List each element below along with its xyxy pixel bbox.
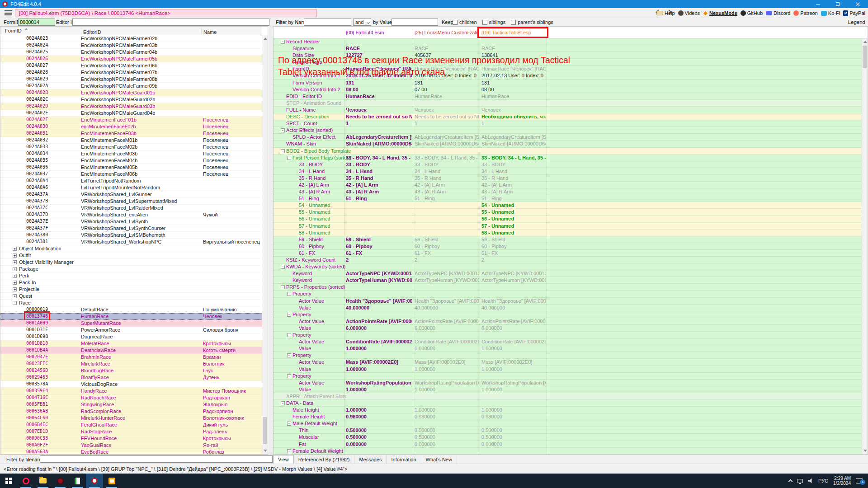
table-row[interactable]: - Record Header [274, 38, 862, 45]
table-row[interactable]: 0024A02E EncWorkshopNPCMaleGuard04b [0, 110, 262, 117]
table-row[interactable]: 59 - Shield 59 - Shield 59 - Shield 59 -… [274, 236, 862, 243]
close-button[interactable] [848, 0, 868, 8]
expand-icon[interactable]: + [13, 281, 17, 285]
table-row[interactable]: Actor Value Mass [AVIF:000002E0] Mass [A… [274, 359, 862, 366]
expand-icon[interactable]: + [13, 247, 17, 251]
table-row[interactable]: 000A563A EyeBotRace Робоглаз [0, 449, 262, 455]
table-row[interactable]: 00000019 DefaultRace По умолчанию [0, 306, 262, 313]
language-indicator[interactable]: РУС [818, 478, 828, 483]
table-row[interactable]: Value 40.000000 40.000000 40.000000 [274, 305, 862, 311]
link-paypal[interactable]: PayPal [843, 10, 865, 16]
table-row[interactable]: DESC - Description Needs to be zeroed ou… [274, 113, 862, 120]
taskbar-notes-app[interactable] [69, 474, 86, 488]
table-row[interactable]: - Race [0, 300, 262, 306]
keep-checkbox-children[interactable]: children [453, 19, 477, 25]
link-videos[interactable]: Videos [678, 10, 700, 16]
table-row[interactable]: 0024A028 EncWorkshopNPCMaleFarmer07b [0, 69, 262, 76]
right-vertical-scrollbar[interactable] [862, 38, 868, 454]
table-row[interactable]: Muscular 0.500000 0.500000 0.500000 [274, 434, 862, 441]
table-row[interactable]: Value 1.000000 1.000000 1.000000 [274, 366, 862, 373]
table-row[interactable]: 55 - Unnamed 55 - Unnamed [274, 209, 862, 216]
table-row[interactable]: 0024A027 EncWorkshopNPCMaleFarmer06b [0, 62, 262, 69]
table-row[interactable]: 0024A02A EncWorkshopNPCMaleFarmer09b [0, 83, 262, 89]
link-help[interactable]: Help [656, 10, 675, 16]
table-row[interactable]: Form Version 131 131 131 [274, 80, 862, 86]
expand-icon[interactable]: - [281, 149, 285, 153]
taskbar-screenshot-app[interactable] [103, 474, 120, 488]
expand-icon[interactable]: + [13, 260, 17, 264]
table-row[interactable]: - PRPS - Properties (sorted) [274, 284, 862, 291]
table-row[interactable]: - Property [274, 373, 862, 380]
table-row[interactable]: 0005FBB1 StingwingRace Жалокрыл [0, 401, 262, 408]
scroll-down-icon[interactable] [863, 450, 867, 452]
table-row[interactable]: - Actor Effects (sorted) [274, 127, 862, 134]
table-row[interactable]: + Projectile [0, 286, 262, 293]
table-row[interactable]: APPR - Attach Parent Slots [274, 393, 862, 400]
table-row[interactable]: 0002047E BrahminRace Брамин [0, 354, 262, 361]
expand-icon[interactable]: - [287, 422, 291, 426]
table-row[interactable]: 57 - Unnamed 57 - Unnamed [274, 223, 862, 230]
table-row[interactable]: 0001D31E PowerArmorRace Силовая броня [0, 327, 262, 333]
table-row[interactable]: Signature RACE RACE RACE [274, 45, 862, 52]
table-row[interactable]: 0024A0A6 LvlTurretTripodMountedNotRandom [0, 184, 262, 191]
table-row[interactable]: 35 - R Hand 35 - R Hand 35 - R Hand 35 -… [274, 175, 862, 182]
record-tab[interactable]: [00] Fallout4.esm (75D3D6CA) \ Race \ 00… [15, 9, 317, 17]
network-icon[interactable] [797, 479, 803, 483]
table-row[interactable]: 0024A025 EncWorkshopNPCMaleFarmer04b [0, 49, 262, 56]
table-row[interactable]: + Outfit [0, 252, 262, 259]
table-row[interactable]: 0024A024 EncWorkshopNPCMaleFarmer03b [0, 42, 262, 49]
table-row[interactable]: 0024A033 EncMinutemenFaceM02b Поселенец [0, 144, 262, 150]
table-row[interactable]: - Male Default Weight [274, 420, 862, 427]
table-row[interactable]: 0024A037 EncMinutemenFaceM06b Поселенец [0, 171, 262, 178]
table-row[interactable]: - DATA - Data [274, 400, 862, 407]
table-row[interactable]: 58 - Unnamed 58 - Unnamed [274, 230, 862, 236]
table-row[interactable]: 0024A034 EncMinutemenFaceM03b Поселенец [0, 150, 262, 157]
expand-icon[interactable]: - [287, 353, 291, 357]
table-row[interactable]: STCP - Animation Sound [274, 100, 862, 107]
plugin-header-fallout4[interactable]: [00] Fallout4.esm [346, 30, 412, 35]
table-row[interactable]: 0024A026 EncWorkshopNPCMaleFarmer05b [0, 56, 262, 62]
expand-icon[interactable]: - [287, 374, 291, 378]
table-row[interactable]: 34 - L Hand 34 - L Hand 34 - L Hand 34 -… [274, 168, 862, 175]
scroll-up-icon[interactable] [264, 38, 267, 40]
table-row[interactable]: - First Person Flags (sorted) 33 - BODY,… [274, 155, 862, 161]
table-row[interactable]: 0004716C RadRoachRace Радтаракан [0, 394, 262, 401]
table-row[interactable]: 0024A036 EncMinutemenFaceM05b Поселенец [0, 164, 262, 171]
table-row[interactable]: WNAM - Skin SkinNaked [ARMO:00000D64] Sk… [274, 141, 862, 147]
expand-icon[interactable]: + [13, 287, 17, 291]
taskbar-start[interactable] [0, 474, 17, 488]
table-row[interactable]: + Object Visibility Manager [0, 259, 262, 266]
table-row[interactable]: FULL - Name Человек Человек Человек [274, 107, 862, 113]
table-row[interactable]: Value 1.000000 1.000000 1.000000 [274, 345, 862, 352]
expand-icon[interactable]: - [281, 265, 285, 269]
table-row[interactable]: 0024A02B EncWorkshopNPCMaleGuard01b [0, 89, 262, 96]
table-row[interactable]: 00023FFC MirelurkRace Болотник [0, 361, 262, 367]
table-row[interactable]: 0024A381 VRWorkshopShared_WorkshopNPC Ви… [0, 239, 262, 245]
minimize-button[interactable] [808, 0, 828, 8]
table-row[interactable]: 61 - FX 61 - FX 61 - FX 61 - FX [274, 250, 862, 257]
table-row[interactable]: 33 - BODY 33 - BODY 33 - BODY 33 - BODY [274, 161, 862, 168]
link-nexusmods[interactable]: NexusMods [703, 10, 737, 16]
table-row[interactable]: 0024A030 encMinutemenFaceF02b Поселенец [0, 123, 262, 130]
taskbar-file-explorer[interactable] [34, 474, 52, 488]
table-row[interactable]: 0024A37F VRWorkshopShared_LvlSynthCourse… [0, 225, 262, 232]
table-row[interactable]: 0024A37C VRWorkshopShared_LvlRaiderMixed [0, 205, 262, 211]
table-row[interactable]: 0024A37E VRWorkshopShared_LvlSynth [0, 218, 262, 225]
table-row[interactable]: Fat 0.000000 0.000000 0.000000 [274, 441, 862, 448]
table-row[interactable]: 0024A37A VRWorkshopShared_LvlGunner [0, 191, 262, 198]
table-row[interactable]: 00064C60 MirelurkHunterRace Болотник-охо… [0, 415, 262, 422]
table-row[interactable]: 00029463 BloatflyRace Дутень [0, 374, 262, 381]
table-row[interactable]: EDID - Editor ID HumanRace HumanRace Hum… [274, 93, 862, 100]
formid-input[interactable] [18, 19, 55, 26]
expand-icon[interactable]: - [281, 285, 285, 289]
table-row[interactable]: 0024A380 VRWorkshopShared_LvlSMBehemoth [0, 232, 262, 239]
table-row[interactable]: 51 - Ring 51 - Ring 51 - Ring 51 - Ring [274, 195, 862, 202]
table-row[interactable]: SPLO - Actor Effect AbLegendaryCreatureI… [274, 134, 862, 141]
table-row[interactable]: 000636AB RadScorpionRace Радскорпион [0, 408, 262, 415]
expand-icon[interactable]: - [287, 313, 291, 317]
expand-icon[interactable]: - [13, 301, 17, 305]
table-row[interactable]: 0024A032 EncMinutemenFaceM01b Поселенец [0, 137, 262, 144]
tab-view[interactable]: View [273, 455, 294, 464]
expand-icon[interactable]: - [287, 333, 291, 337]
filter-value-input[interactable] [392, 19, 438, 26]
